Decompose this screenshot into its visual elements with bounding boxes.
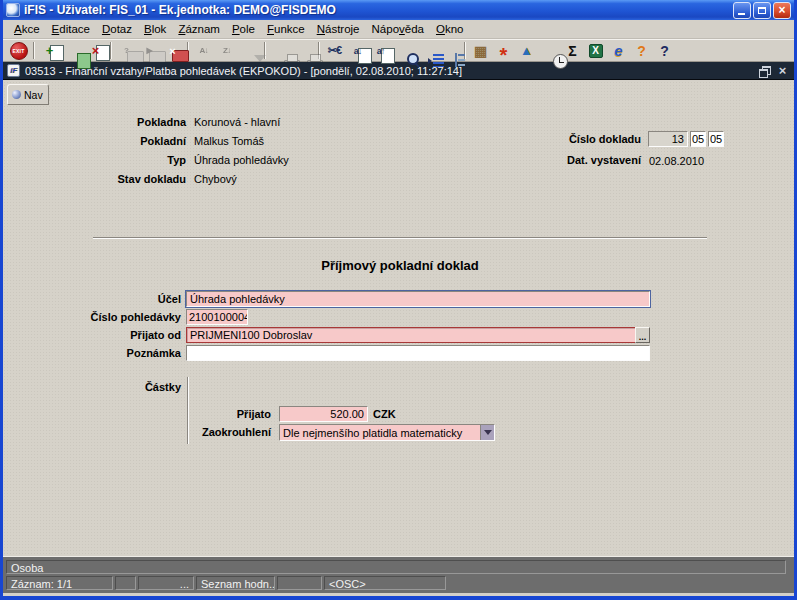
mdi-restore-button[interactable] [757, 64, 772, 77]
mdi-window-title: 03513 - Finanční vztahy/Platba pohledáve… [25, 65, 754, 77]
statusbar: Osoba Záznam: 1/1 ... Seznam hodn.. <OSC… [3, 556, 794, 593]
doc-number-field-1[interactable]: 13 [648, 131, 688, 147]
find-icon[interactable] [392, 41, 415, 61]
toolbar-separator [464, 42, 466, 59]
cislo-dokladu-label: Číslo dokladu [523, 133, 641, 145]
minimize-button[interactable] [733, 2, 751, 19]
cross-glyph: × [169, 45, 175, 57]
prijato-od-lov-button[interactable]: ... [635, 327, 650, 343]
status-cell [115, 576, 136, 590]
print-icon[interactable] [269, 41, 292, 61]
window-controls: × [733, 2, 791, 19]
mdi-titlebar[interactable]: iF 03513 - Finanční vztahy/Platba pohled… [3, 62, 794, 80]
label-part: D [102, 23, 110, 35]
org-chart-icon[interactable]: ▦ [469, 41, 492, 61]
minimize-icon [738, 13, 745, 15]
toolbar-separator [33, 42, 35, 59]
menu-item-blok[interactable]: Blok [138, 21, 172, 37]
pokladna-value: Korunová - hlavní [194, 116, 280, 128]
titlebar[interactable]: iFIS - Uživatel: FIS_01 - Ek.jednotka: D… [3, 0, 794, 20]
ucel-field[interactable]: Úhrada pohledávky [186, 291, 650, 307]
context-help-icon[interactable]: ? [630, 41, 653, 61]
web-browser-icon[interactable]: e [607, 41, 630, 61]
duplicate-record-icon[interactable] [61, 41, 84, 61]
insert-record-icon[interactable]: + [38, 41, 61, 61]
label-part: ěda [405, 23, 424, 35]
maximize-button[interactable] [753, 2, 771, 19]
toolbar: EXIT + × ? ▶ × A↓ Z↓ ✂€ a↓ a↑ ▦ * ▲ Σ X … [3, 39, 794, 62]
prijato-od-label: Přijato od [43, 329, 181, 341]
app-icon [6, 3, 20, 17]
window-title: iFIS - Uživatel: FIS_01 - Ek.jednotka: D… [24, 3, 733, 17]
status-mode: <OSC> [324, 576, 446, 590]
label-part: ditace [59, 23, 90, 35]
menu-item-pole[interactable]: Pole [226, 21, 261, 37]
clock-icon[interactable] [538, 41, 561, 61]
sigma-glyph: Σ [568, 43, 576, 59]
filter-icon[interactable] [238, 41, 261, 61]
help-icon[interactable]: ? [653, 41, 676, 61]
status-ellipsis-cell: ... [138, 576, 194, 590]
prijato-label: Přijato [151, 408, 271, 420]
menu-item-funkce[interactable]: Funkce [261, 21, 311, 37]
mountain-glyph: ▲ [520, 43, 533, 58]
label-part: P [232, 23, 240, 35]
exit-glyph: EXIT [10, 42, 28, 60]
zaokrouhleni-dropdown[interactable]: Dle nejmenšího platidla matematicky [279, 424, 495, 441]
typ-label: Typ [43, 154, 186, 166]
label-part: ole [240, 23, 255, 35]
label-part: ástroje [325, 23, 360, 35]
special-functions-icon[interactable]: * [492, 41, 515, 61]
poznamka-field[interactable] [186, 345, 650, 361]
form-canvas: Nav Pokladna Korunová - hlavní Pokladní … [3, 81, 794, 556]
run-glyph: ▶ [146, 46, 152, 55]
label-part: O [436, 23, 445, 35]
sort-descending-icon[interactable]: Z↓ [215, 41, 238, 61]
export-excel-icon[interactable]: X [584, 41, 607, 61]
dat-vystaveni-label: Dat. vystavení [523, 154, 641, 166]
menu-item-napoveda[interactable]: Nápověda [366, 21, 430, 37]
doc-number-field-3[interactable]: 05 [708, 131, 724, 147]
mdi-close-button[interactable]: × [775, 64, 790, 77]
paste-icon[interactable]: a↓ [346, 41, 369, 61]
menu-item-okno[interactable]: Okno [430, 21, 470, 37]
status-list-of-values: Seznam hodn.. [196, 576, 275, 590]
sort-ascending-icon[interactable]: A↓ [192, 41, 215, 61]
copy-icon[interactable]: a↑ [369, 41, 392, 61]
mdi-close-icon: × [779, 64, 787, 77]
cislo-pohledavky-field[interactable]: 2100100004 [186, 309, 248, 325]
enter-query-icon[interactable]: ? [115, 41, 138, 61]
menu-item-akce[interactable]: Akce [8, 21, 46, 37]
execute-query-icon[interactable]: ▶ [138, 41, 161, 61]
scissors-glyph: ✂€ [328, 44, 341, 57]
building-glyph: ▦ [474, 43, 487, 59]
nav-tab-label: Nav [24, 89, 43, 101]
prijato-od-field[interactable]: PRIJMENI100 Dobroslav [186, 327, 636, 343]
graph-icon[interactable]: ▲ [515, 41, 538, 61]
print-preview-icon[interactable] [292, 41, 315, 61]
cislo-pohledavky-label: Číslo pohledávky [43, 311, 181, 323]
close-button[interactable]: × [773, 2, 791, 19]
castky-section-label: Částky [43, 381, 181, 393]
ifis-window-icon: iF [7, 64, 20, 77]
exit-icon[interactable]: EXIT [7, 41, 30, 61]
menu-item-zaznam[interactable]: Záznam [172, 21, 226, 37]
question-glyph: ? [637, 43, 646, 59]
label-part: Nápo [372, 23, 400, 35]
stav-dokladu-value: Chybový [194, 173, 237, 185]
dropdown-arrow-icon[interactable] [480, 425, 494, 440]
zaokrouhleni-selected-value: Dle nejmenšího platidla matematicky [280, 427, 480, 439]
currency-label: CZK [373, 408, 403, 420]
label-part: kce [22, 23, 40, 35]
close-icon: × [778, 4, 785, 16]
cancel-query-icon[interactable]: × [161, 41, 184, 61]
label-part: F [267, 23, 274, 35]
prijato-amount-field[interactable]: 520.00 [279, 406, 368, 422]
ifis-application-window: iFIS - Uživatel: FIS_01 - Ek.jednotka: D… [0, 0, 797, 600]
cut-icon[interactable]: ✂€ [323, 41, 346, 61]
doc-number-field-2[interactable]: 05 [690, 131, 706, 147]
menu-item-editace[interactable]: Editace [46, 21, 96, 37]
menu-item-dotaz[interactable]: Dotaz [96, 21, 138, 37]
menu-item-nastroje[interactable]: Nástroje [311, 21, 366, 37]
nav-tab[interactable]: Nav [7, 84, 49, 105]
